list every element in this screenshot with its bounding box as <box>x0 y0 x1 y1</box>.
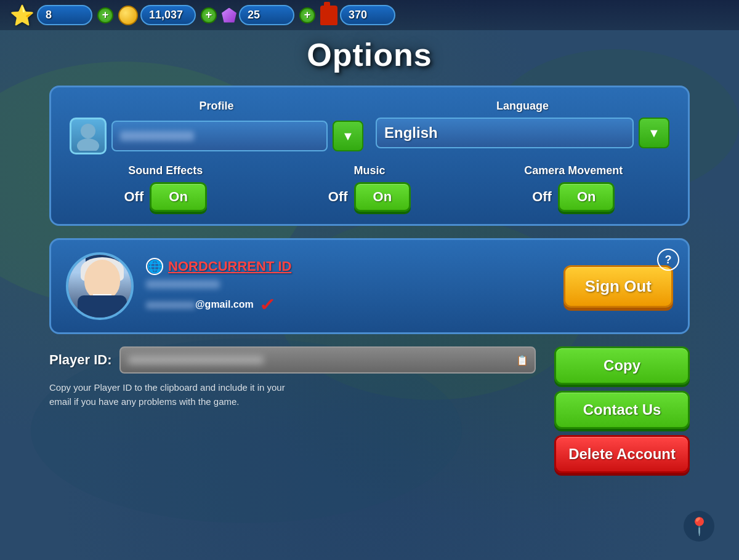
page-title: Options <box>49 36 690 73</box>
player-id-section: Player ID: 📋 Copy your Player ID to the … <box>49 346 536 409</box>
coins-item: 11,037 <box>118 5 196 25</box>
contact-us-button[interactable]: Contact Us <box>554 391 690 429</box>
stars-item: ⭐ 8 <box>10 5 92 25</box>
sign-out-button[interactable]: Sign Out <box>563 265 673 308</box>
language-dropdown-button[interactable]: ▼ <box>639 118 669 148</box>
camera-off-label: Off <box>532 189 552 205</box>
music-control: Off On <box>273 182 465 212</box>
gems-resource: 25 <box>239 5 294 25</box>
fuel-item: 370 <box>320 5 395 25</box>
sound-effects-label: Sound Effects <box>70 164 261 177</box>
profile-name-blurred <box>120 131 194 141</box>
profile-dropdown-button[interactable]: ▼ <box>333 121 363 151</box>
options-panel: Profile ▼ <box>49 86 690 226</box>
add-gems-button[interactable]: + <box>299 7 315 23</box>
sound-effects-off-label: Off <box>124 189 144 205</box>
stars-value: 8 <box>46 9 52 22</box>
profile-control: ▼ <box>70 118 363 154</box>
add-stars-button[interactable]: + <box>97 7 113 23</box>
account-section: 🌐 NORDCURRENT ID @gmail.com ✓ ? Sign Out <box>49 238 690 334</box>
help-icon: ? <box>665 254 672 266</box>
camera-movement-section: Camera Movement Off On <box>478 164 669 212</box>
profile-section: Profile ▼ <box>70 100 363 154</box>
gems-value: 25 <box>248 9 260 22</box>
copy-button[interactable]: Copy <box>554 346 690 385</box>
nordcurrent-globe-icon: 🌐 <box>146 258 163 275</box>
email-verified-checkmark-icon: ✓ <box>258 295 275 315</box>
add-coins-button[interactable]: + <box>201 7 217 23</box>
hud-bar: ⭐ 8 + 11,037 + 25 + 370 <box>0 0 739 30</box>
email-suffix: @gmail.com <box>195 299 254 310</box>
coins-value: 11,037 <box>149 9 183 22</box>
coin-icon <box>118 6 138 25</box>
nordcurrent-header: 🌐 NORDCURRENT ID <box>146 258 551 275</box>
sound-effects-control: Off On <box>70 182 261 212</box>
language-dropdown-arrow-icon: ▼ <box>648 126 660 140</box>
nordcurrent-email-row: @gmail.com ✓ <box>146 295 551 315</box>
fuel-value: 370 <box>349 9 367 22</box>
nordcurrent-username-blurred <box>146 280 220 289</box>
player-avatar <box>66 252 134 320</box>
bottom-section: Player ID: 📋 Copy your Player ID to the … <box>49 346 690 473</box>
player-id-input-field: 📋 <box>119 346 536 374</box>
player-id-blurred <box>128 356 264 364</box>
star-icon: ⭐ <box>10 6 34 25</box>
nordcurrent-section: 🌐 NORDCURRENT ID @gmail.com ✓ <box>146 258 551 315</box>
gems-item: 25 <box>222 5 294 25</box>
language-section: Language English ▼ <box>376 100 669 148</box>
music-on-button[interactable]: On <box>354 182 411 212</box>
music-off-label: Off <box>328 189 348 205</box>
profile-name-input[interactable] <box>111 121 328 151</box>
map-location-icon: 📍 <box>684 511 714 542</box>
fuel-resource: 370 <box>340 5 395 25</box>
sound-effects-on-button[interactable]: On <box>150 182 207 212</box>
profile-avatar-icon <box>76 121 100 151</box>
gem-icon <box>222 8 236 23</box>
fuel-icon <box>320 6 337 25</box>
main-content: Options Profile <box>0 30 739 479</box>
camera-movement-label: Camera Movement <box>478 164 669 177</box>
stars-resource: 8 <box>37 5 92 25</box>
camera-movement-control: Off On <box>478 182 669 212</box>
delete-account-button[interactable]: Delete Account <box>554 435 690 473</box>
player-character-illustration <box>68 252 131 320</box>
help-button[interactable]: ? <box>657 249 679 271</box>
player-id-info-text: Copy your Player ID to the clipboard and… <box>49 381 296 409</box>
camera-on-button[interactable]: On <box>558 182 615 212</box>
email-prefix-blurred <box>146 302 195 309</box>
profile-dropdown-arrow-icon: ▼ <box>342 129 354 143</box>
language-value: English <box>384 124 438 142</box>
sound-effects-section: Sound Effects Off On <box>70 164 261 212</box>
svg-point-0 <box>81 124 95 138</box>
copy-clipboard-icon: 📋 <box>516 354 528 366</box>
svg-point-1 <box>77 138 99 151</box>
music-section: Music Off On <box>273 164 465 212</box>
toggles-row: Sound Effects Off On Music Off On Camera… <box>70 164 669 212</box>
language-value-bar: English <box>376 118 634 148</box>
music-label: Music <box>273 164 465 177</box>
player-id-label: Player ID: <box>49 352 112 368</box>
nordcurrent-title: NORDCURRENT ID <box>168 258 291 274</box>
coins-resource: 11,037 <box>140 5 196 25</box>
profile-language-row: Profile ▼ <box>70 100 669 154</box>
nordcurrent-email: @gmail.com <box>146 299 254 310</box>
player-id-row: Player ID: 📋 <box>49 346 536 374</box>
profile-avatar-box <box>70 118 107 154</box>
language-control: English ▼ <box>376 118 669 148</box>
language-label: Language <box>376 100 669 113</box>
action-buttons: Copy Contact Us Delete Account <box>554 346 690 473</box>
profile-label: Profile <box>70 100 363 113</box>
